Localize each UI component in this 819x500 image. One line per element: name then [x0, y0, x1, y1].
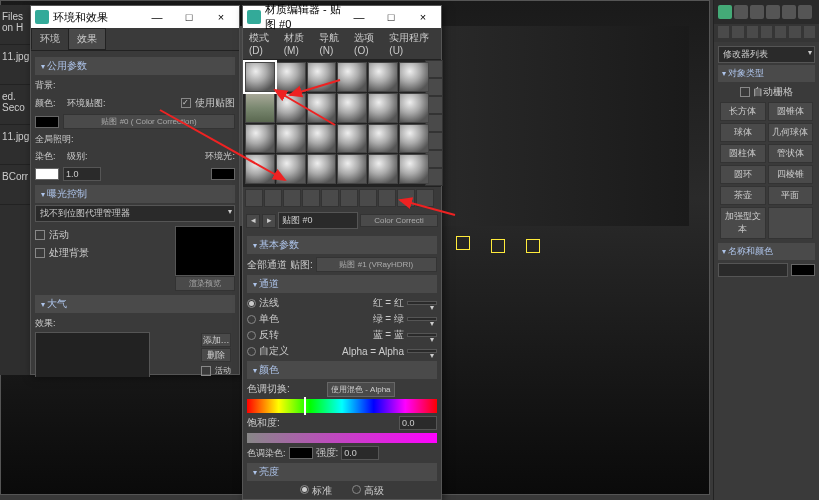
delete-button[interactable]: 删除 — [201, 348, 231, 362]
effects-listbox[interactable] — [35, 332, 150, 377]
material-slot-20[interactable] — [276, 154, 306, 184]
saturation-slider[interactable] — [247, 433, 437, 443]
material-slot-15[interactable] — [307, 124, 337, 154]
bg-proc-checkbox[interactable] — [35, 248, 45, 258]
section-name-color[interactable]: 名称和颜色 — [718, 243, 815, 260]
selection-box[interactable] — [456, 236, 470, 250]
add-button[interactable]: 添加… — [201, 333, 231, 347]
custom-radio[interactable] — [247, 347, 256, 356]
material-slot-8[interactable] — [276, 93, 306, 123]
material-slot-5[interactable] — [368, 62, 398, 92]
geometry-icon[interactable] — [718, 26, 729, 38]
textplus-button[interactable]: 加强型文本 — [720, 207, 766, 239]
material-slot-16[interactable] — [337, 124, 367, 154]
go-forward-button[interactable]: ▸ — [262, 214, 276, 228]
torus-button[interactable]: 圆环 — [720, 165, 766, 184]
motion-tab-icon[interactable] — [766, 5, 780, 19]
section-object-type[interactable]: 对象类型 — [718, 65, 815, 82]
empty-button[interactable] — [768, 207, 814, 239]
pyramid-button[interactable]: 四棱锥 — [768, 165, 814, 184]
menu-utils[interactable]: 实用程序(U) — [387, 30, 437, 57]
section-exposure[interactable]: 曝光控制 — [35, 185, 235, 203]
sphere-button[interactable]: 球体 — [720, 123, 766, 142]
minimize-button[interactable]: — — [345, 8, 373, 26]
material-slot-24[interactable] — [399, 154, 429, 184]
use-map-checkbox[interactable] — [181, 98, 191, 108]
show-end-icon[interactable] — [416, 189, 434, 207]
close-button[interactable]: × — [207, 8, 235, 26]
hue-slider[interactable] — [247, 399, 437, 413]
cameras-icon[interactable] — [761, 26, 772, 38]
geosphere-button[interactable]: 几何球体 — [768, 123, 814, 142]
lights-icon[interactable] — [747, 26, 758, 38]
show-map-icon[interactable] — [397, 189, 415, 207]
a-dropdown[interactable] — [407, 349, 437, 353]
menu-navigate[interactable]: 导航(N) — [317, 30, 350, 57]
display-tab-icon[interactable] — [782, 5, 796, 19]
cone-button[interactable]: 圆锥体 — [768, 102, 814, 121]
normal-radio[interactable] — [247, 299, 256, 308]
menu-material[interactable]: 材质(M) — [282, 30, 316, 57]
get-material-icon[interactable] — [245, 189, 263, 207]
material-slot-4[interactable] — [337, 62, 367, 92]
level-field[interactable]: 1.0 — [63, 167, 101, 181]
object-color-swatch[interactable] — [791, 264, 815, 276]
material-slot-2[interactable] — [276, 62, 306, 92]
material-slot-14[interactable] — [276, 124, 306, 154]
b-dropdown[interactable] — [407, 333, 437, 337]
tab-effects[interactable]: 效果 — [68, 28, 106, 50]
hierarchy-tab-icon[interactable] — [750, 5, 764, 19]
make-unique-icon[interactable] — [340, 189, 358, 207]
space-warps-icon[interactable] — [789, 26, 800, 38]
tube-button[interactable]: 管状体 — [768, 144, 814, 163]
section-basic[interactable]: 基本参数 — [247, 236, 437, 254]
material-slot-3[interactable] — [307, 62, 337, 92]
adv-radio[interactable] — [352, 485, 361, 494]
selection-box[interactable] — [491, 239, 505, 253]
material-slot-22[interactable] — [337, 154, 367, 184]
fx-active-checkbox[interactable] — [201, 366, 211, 376]
material-slot-21[interactable] — [307, 154, 337, 184]
material-slot-18[interactable] — [399, 124, 429, 154]
menu-options[interactable]: 选项(O) — [352, 30, 385, 57]
box-button[interactable]: 长方体 — [720, 102, 766, 121]
tint-color-swatch[interactable] — [289, 447, 313, 459]
section-common[interactable]: 公用参数 — [35, 57, 235, 75]
material-slot-7[interactable] — [245, 93, 275, 123]
bg-color-swatch[interactable] — [35, 116, 59, 128]
active-checkbox[interactable] — [35, 230, 45, 240]
material-type-button[interactable]: Color Correcti — [360, 214, 438, 227]
g-dropdown[interactable] — [407, 317, 437, 321]
section-channel[interactable]: 通道 — [247, 275, 437, 293]
ambient-swatch[interactable] — [211, 168, 235, 180]
section-brightness[interactable]: 亮度 — [247, 463, 437, 481]
go-parent-button[interactable]: ◂ — [246, 214, 260, 228]
modifier-list-dropdown[interactable]: 修改器列表 — [718, 46, 815, 63]
mono-radio[interactable] — [247, 315, 256, 324]
std-radio[interactable] — [300, 485, 309, 494]
material-slot-13[interactable] — [245, 124, 275, 154]
material-slot-19[interactable] — [245, 154, 275, 184]
material-slot-17[interactable] — [368, 124, 398, 154]
make-copy-icon[interactable] — [321, 189, 339, 207]
render-preview-button[interactable]: 渲染预览 — [175, 276, 235, 291]
utilities-tab-icon[interactable] — [798, 5, 812, 19]
section-color[interactable]: 颜色 — [247, 361, 437, 379]
exposure-dropdown[interactable]: 找不到位图代理管理器 — [35, 205, 235, 222]
material-slot-6[interactable] — [399, 62, 429, 92]
invert-radio[interactable] — [247, 331, 256, 340]
systems-icon[interactable] — [804, 26, 815, 38]
section-atmosphere[interactable]: 大气 — [35, 295, 235, 313]
material-slot-9[interactable] — [307, 93, 337, 123]
mat-titlebar[interactable]: 材质编辑器 - 贴图 #0 — □ × — [243, 6, 441, 28]
plane-button[interactable]: 平面 — [768, 186, 814, 205]
cylinder-button[interactable]: 圆柱体 — [720, 144, 766, 163]
shapes-icon[interactable] — [732, 26, 743, 38]
selection-box[interactable] — [526, 239, 540, 253]
object-name-field[interactable] — [718, 263, 788, 277]
r-dropdown[interactable] — [407, 301, 437, 305]
material-slot-23[interactable] — [368, 154, 398, 184]
basic-map-button[interactable]: 贴图 #1 (VRayHDRI) — [316, 257, 437, 272]
minimize-button[interactable]: — — [143, 8, 171, 26]
strength-field[interactable]: 0.0 — [341, 446, 379, 460]
